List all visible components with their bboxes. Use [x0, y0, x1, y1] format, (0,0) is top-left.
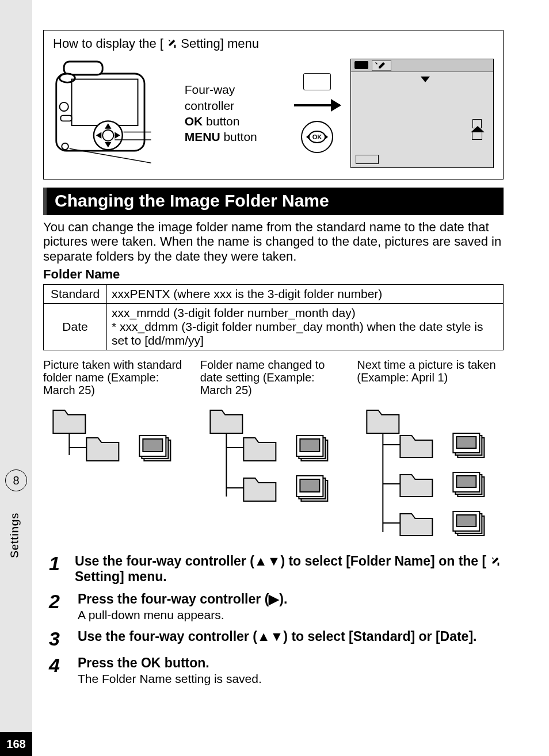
camera-labels: Four-way controller OK button MENU butto… — [185, 82, 284, 144]
step-4-pre: Press the — [78, 655, 141, 670]
label-menu-rest: button — [220, 130, 257, 143]
tools-icon — [490, 556, 501, 567]
section-heading: Changing the Image Folder Name — [43, 188, 504, 215]
tools-icon — [167, 39, 177, 49]
cell-standard-desc: xxxPENTX (where xxx is the 3-digit folde… — [107, 284, 504, 303]
label-menu: MENU button — [185, 129, 284, 144]
svg-rect-2 — [64, 62, 102, 75]
folder-tree-1 — [43, 404, 190, 537]
svg-rect-33 — [300, 479, 319, 492]
steps-list: 1 Use the four-way controller (▲▼) to se… — [49, 553, 504, 686]
camera-tab-icon — [354, 61, 368, 69]
step-3-number: 3 — [49, 629, 65, 648]
scroll-down-icon — [421, 77, 430, 82]
svg-point-9 — [62, 143, 68, 150]
svg-point-8 — [102, 130, 113, 141]
svg-rect-49 — [457, 515, 476, 526]
svg-rect-0 — [174, 45, 176, 48]
folder-col-3-caption: Next time a picture is taken (Example: A… — [357, 358, 504, 399]
cell-standard-label: Standard — [44, 284, 107, 303]
svg-rect-50 — [497, 563, 499, 566]
svg-point-5 — [59, 102, 68, 111]
step-2: 2 Press the four-way controller (▶). A p… — [49, 591, 504, 622]
svg-rect-28 — [300, 439, 319, 452]
label-ok: OK button — [185, 113, 284, 129]
step-2-text: Press the four-way controller (▶). — [78, 591, 287, 607]
folder-col-1: Picture taken with standard folder name … — [43, 358, 190, 540]
chapter-label: Settings — [8, 495, 24, 558]
folder-diagram-row: Picture taken with standard folder name … — [43, 358, 504, 540]
chapter-number: 8 — [5, 469, 27, 491]
folder-col-1-caption: Picture taken with standard folder name … — [43, 358, 190, 399]
step-2-number: 2 — [49, 591, 65, 622]
step-1-text: Use the four-way controller (▲▼) to sele… — [75, 553, 504, 585]
step-1-text-post: Setting] menu. — [75, 569, 167, 584]
step-4-sub: The Folder Name setting is saved. — [78, 672, 262, 686]
svg-rect-44 — [457, 476, 476, 487]
arrow-controller: OK — [294, 73, 340, 154]
step-2-sub: A pull-down menu appears. — [78, 608, 287, 622]
menu-screen-illustration — [350, 59, 494, 168]
howto-caption: How to display the [ Setting] menu — [53, 36, 494, 51]
label-fourway: Four-way controller — [185, 82, 284, 113]
folder-tree-2 — [200, 404, 347, 537]
label-menu-bold: MENU — [185, 130, 220, 143]
ok-controller-icon: OK — [300, 120, 334, 154]
step-4-post: button. — [161, 655, 209, 670]
svg-point-3 — [59, 74, 75, 82]
step-1-number: 1 — [49, 553, 62, 585]
svg-rect-39 — [457, 437, 476, 448]
svg-text:OK: OK — [312, 133, 322, 140]
howto-caption-post: Setting] menu — [181, 36, 259, 51]
svg-rect-6 — [60, 116, 71, 121]
cell-date-desc: xxx_mmdd (3-digit folder number_month da… — [107, 303, 504, 350]
page-number: 168 — [0, 732, 32, 756]
label-ok-bold: OK — [185, 114, 203, 128]
step-3-text: Use the four-way controller (▲▼) to sele… — [78, 629, 476, 644]
step-4-number: 4 — [49, 655, 65, 686]
cell-date-label: Date — [44, 303, 107, 350]
intro-text: You can change the image folder name fro… — [43, 220, 504, 264]
home-icon — [472, 132, 482, 140]
folder-col-3: Next time a picture is taken (Example: A… — [357, 358, 504, 540]
svg-rect-22 — [143, 439, 162, 452]
folder-tree-3 — [357, 404, 504, 537]
step-4-ok: OK — [141, 655, 161, 670]
small-box-icon — [303, 73, 331, 90]
step-1: 1 Use the four-way controller (▲▼) to se… — [49, 553, 504, 585]
menu-footer-icon — [356, 155, 379, 164]
folder-col-2-caption: Folder name changed to date setting (Exa… — [200, 358, 347, 399]
step-1-text-pre: Use the four-way controller (▲▼) to sele… — [75, 553, 486, 568]
step-4-text: Press the OK button. — [78, 655, 262, 671]
step-4: 4 Press the OK button. The Folder Name s… — [49, 655, 504, 686]
arrow-right-icon — [294, 104, 340, 106]
camera-illustration — [53, 56, 174, 171]
label-ok-rest: button — [203, 114, 239, 128]
howto-caption-pre: How to display the [ — [53, 36, 163, 51]
howto-box: How to display the [ Setting] menu — [43, 30, 504, 180]
tools-tab-icon — [372, 60, 391, 71]
step-3: 3 Use the four-way controller (▲▼) to se… — [49, 629, 504, 648]
folder-col-2: Folder name changed to date setting (Exa… — [200, 358, 347, 540]
folder-name-subheading: Folder Name — [43, 267, 504, 282]
folder-name-table: Standard xxxPENTX (where xxx is the 3-di… — [43, 284, 504, 350]
left-gutter — [0, 0, 32, 756]
